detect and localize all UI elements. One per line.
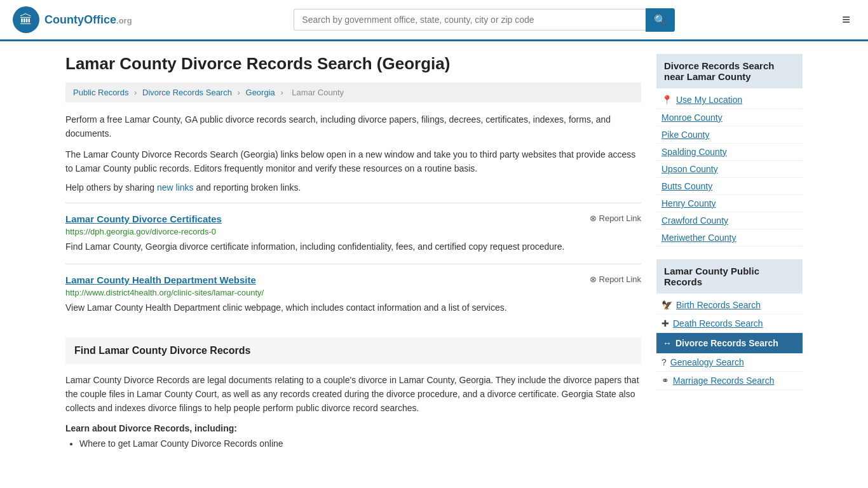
arrows-icon: ↔ xyxy=(663,338,672,348)
find-heading: Find Lamar County Divorce Records xyxy=(74,345,632,356)
bird-icon: 🦅 xyxy=(661,300,672,310)
hamburger-button[interactable]: ≡ xyxy=(837,9,855,30)
report-link-2[interactable]: ⊗ Report Link xyxy=(590,274,641,284)
learn-heading: Learn about Divorce Records, including: xyxy=(65,423,641,433)
content-area: Lamar County Divorce Records Search (Geo… xyxy=(65,54,641,451)
record-desc-2: View Lamar County Health Department clin… xyxy=(65,301,641,315)
new-links[interactable]: new links xyxy=(157,182,194,193)
nearby-title: Divorce Records Search near Lamar County xyxy=(656,54,803,88)
bullet-list: Where to get Lamar County Divorce Record… xyxy=(65,438,641,449)
sidebar: Divorce Records Search near Lamar County… xyxy=(656,54,803,451)
use-my-location[interactable]: 📍 Use My Location xyxy=(656,91,803,109)
county-monroe[interactable]: Monroe County xyxy=(656,109,803,126)
county-upson[interactable]: Upson County xyxy=(656,161,803,178)
marriage-records-link[interactable]: ⚭ Marriage Records Search xyxy=(656,372,803,390)
record-item: Lamar County Health Department Website ⊗… xyxy=(65,264,641,325)
county-henry[interactable]: Henry County xyxy=(656,195,803,212)
nearby-section: Divorce Records Search near Lamar County… xyxy=(656,54,803,247)
county-meriwether[interactable]: Meriwether County xyxy=(656,229,803,247)
county-butts[interactable]: Butts County xyxy=(656,178,803,195)
location-pin-icon: 📍 xyxy=(661,95,672,105)
find-section: Find Lamar County Divorce Records xyxy=(65,337,641,364)
genealogy-link[interactable]: ? Genealogy Search xyxy=(656,353,803,372)
search-area: 🔍 xyxy=(294,8,675,32)
breadcrumb-public-records[interactable]: Public Records xyxy=(73,88,128,97)
cross-icon: ✚ xyxy=(661,318,669,329)
public-records-title: Lamar County Public Records xyxy=(656,259,803,294)
search-button[interactable]: 🔍 xyxy=(646,8,675,32)
main-wrapper: Lamar County Divorce Records Search (Geo… xyxy=(53,41,815,464)
record-desc-1: Find Lamar County, Georgia divorce certi… xyxy=(65,240,641,254)
search-input[interactable] xyxy=(294,9,646,30)
logo-icon: 🏛 xyxy=(13,6,39,33)
record-url-1[interactable]: https://dph.georgia.gov/divorce-records-… xyxy=(65,227,641,236)
report-icon-1: ⊗ xyxy=(590,214,597,223)
record-title-1[interactable]: Lamar County Divorce Certificates xyxy=(65,214,222,224)
record-url-2[interactable]: http://www.district4health.org/clinic-si… xyxy=(65,288,641,297)
find-desc: Lamar County Divorce Records are legal d… xyxy=(65,373,641,416)
breadcrumb: Public Records › Divorce Records Search … xyxy=(65,83,641,102)
report-link-1[interactable]: ⊗ Report Link xyxy=(590,214,641,223)
death-records-link[interactable]: ✚ Death Records Search xyxy=(656,315,803,333)
county-crawford[interactable]: Crawford County xyxy=(656,212,803,229)
intro-p1: Perform a free Lamar County, GA public d… xyxy=(65,112,641,141)
help-text: Help others by sharing new links and rep… xyxy=(65,182,641,193)
breadcrumb-georgia[interactable]: Georgia xyxy=(246,88,275,97)
record-title-2[interactable]: Lamar County Health Department Website xyxy=(65,274,256,285)
breadcrumb-divorce-records[interactable]: Divorce Records Search xyxy=(142,88,232,97)
rings-icon: ⚭ xyxy=(661,376,669,386)
logo-area: 🏛 CountyOffice.org xyxy=(13,6,132,33)
birth-records-link[interactable]: 🦅 Birth Records Search xyxy=(656,296,803,315)
public-records-section: Lamar County Public Records 🦅 Birth Reco… xyxy=(656,259,803,390)
report-icon-2: ⊗ xyxy=(590,274,597,284)
county-pike[interactable]: Pike County xyxy=(656,126,803,144)
county-spalding[interactable]: Spalding County xyxy=(656,144,803,161)
bullet-item: Where to get Lamar County Divorce Record… xyxy=(79,438,641,449)
divorce-records-link-active[interactable]: ↔ Divorce Records Search xyxy=(656,333,803,353)
record-items: Lamar County Divorce Certificates ⊗ Repo… xyxy=(65,203,641,325)
header: 🏛 CountyOffice.org 🔍 ≡ xyxy=(0,0,868,41)
page-title: Lamar County Divorce Records Search (Geo… xyxy=(65,54,641,74)
question-icon: ? xyxy=(661,357,667,367)
breadcrumb-lamar: Lamar County xyxy=(292,88,344,97)
record-item: Lamar County Divorce Certificates ⊗ Repo… xyxy=(65,203,641,264)
intro-p2: The Lamar County Divorce Records Search … xyxy=(65,147,641,176)
logo-text: CountyOffice.org xyxy=(44,13,132,27)
